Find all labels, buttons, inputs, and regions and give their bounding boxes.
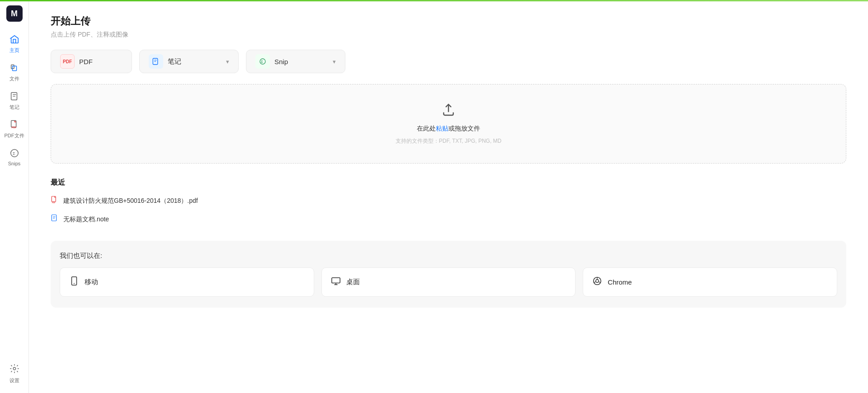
svg-text:Σ: Σ (261, 60, 263, 64)
sidebar-item-notes[interactable]: 笔记 (3, 88, 26, 114)
platform-desktop[interactable]: 桌面 (321, 267, 576, 297)
svg-point-26 (596, 280, 599, 282)
note-type-icon (149, 54, 163, 69)
svg-rect-17 (52, 215, 57, 221)
drop-zone-highlight: 粘贴 (436, 125, 448, 132)
upload-notes-button[interactable]: 笔记 ▾ (139, 50, 239, 73)
pdf-type-icon: PDF (60, 54, 75, 69)
home-icon (9, 34, 19, 46)
mobile-icon (69, 276, 79, 288)
desktop-icon (331, 276, 341, 288)
svg-text:PDF: PDF (11, 126, 17, 129)
sidebar-item-pdf-label: PDF文件 (5, 132, 24, 139)
drop-zone[interactable]: 在此处粘贴或拖放文件 支持的文件类型：PDF, TXT, JPG, PNG, M… (51, 84, 846, 164)
recent-pdf-icon: PDF (51, 196, 59, 206)
recent-note-icon (51, 214, 59, 225)
pdf-button-label: PDF (79, 58, 93, 66)
recent-section-title: 最近 (51, 178, 846, 187)
sidebar: M 主页 文件 (0, 0, 29, 393)
snip-arrow-icon: ▾ (333, 58, 336, 65)
upload-icon (441, 103, 456, 120)
recent-item-pdf[interactable]: PDF 建筑设计防火规范GB+50016-2014（2018）.pdf (51, 194, 846, 208)
snip-type-icon: Σ (255, 54, 270, 69)
sidebar-item-files[interactable]: 文件 (3, 59, 26, 86)
pdf-icon: PDF (9, 120, 19, 131)
platform-chrome-label: Chrome (608, 278, 632, 286)
recent-item-note-name: 无标题文档.note (63, 215, 109, 224)
upload-pdf-button[interactable]: PDF PDF (51, 50, 132, 73)
recent-item-note[interactable]: 无标题文档.note (51, 212, 846, 226)
platform-mobile[interactable]: 移动 (60, 267, 314, 297)
platform-mobile-label: 移动 (85, 278, 98, 286)
sidebar-item-home[interactable]: 主页 (3, 31, 26, 57)
sidebar-item-snips[interactable]: Σ Snips (3, 145, 26, 170)
notes-icon (9, 91, 19, 103)
page-title: 开始上传 (51, 14, 846, 28)
drop-zone-before: 在此处 (417, 125, 436, 132)
svg-rect-22 (331, 278, 340, 283)
sidebar-item-files-label: 文件 (9, 75, 19, 82)
sidebar-nav: 主页 文件 笔记 (0, 31, 28, 360)
upload-types-row: PDF PDF 笔记 ▾ Σ Snip ▾ (51, 50, 846, 73)
notes-button-label: 笔记 (168, 57, 181, 66)
drop-zone-after: 或拖放文件 (448, 125, 480, 132)
recent-list: PDF 建筑设计防火规范GB+50016-2014（2018）.pdf 无标题文… (51, 194, 846, 226)
drop-zone-subtext: 支持的文件类型：PDF, TXT, JPG, PNG, MD (396, 137, 501, 145)
platforms-title: 我们也可以在: (60, 252, 837, 260)
svg-text:PDF: PDF (52, 202, 56, 204)
settings-button[interactable]: 设置 (8, 360, 21, 388)
progress-bar (0, 0, 868, 1)
svg-point-9 (13, 367, 16, 370)
recent-item-pdf-name: 建筑设计防火规范GB+50016-2014（2018）.pdf (63, 197, 198, 205)
platforms-grid: 移动 桌面 (60, 267, 837, 297)
notes-arrow-icon: ▾ (226, 58, 229, 65)
main-content: 开始上传 点击上传 PDF、注释或图像 PDF PDF 笔记 ▾ (29, 0, 868, 393)
snips-icon: Σ (9, 148, 19, 159)
settings-label: 设置 (9, 377, 19, 384)
svg-rect-20 (72, 277, 77, 285)
sidebar-item-notes-label: 笔记 (9, 104, 19, 111)
app-logo: M (6, 5, 23, 22)
sidebar-bottom: 设置 (8, 360, 21, 388)
platform-chrome[interactable]: Chrome (583, 267, 837, 297)
sidebar-item-pdf[interactable]: PDF PDF文件 (3, 116, 26, 143)
upload-snip-button[interactable]: Σ Snip ▾ (246, 50, 345, 73)
chrome-icon (592, 276, 602, 288)
sidebar-item-snips-label: Snips (8, 161, 21, 166)
drop-zone-text: 在此处粘贴或拖放文件 (417, 125, 480, 133)
snip-button-label: Snip (274, 58, 288, 66)
files-icon (9, 63, 19, 74)
svg-point-21 (74, 283, 75, 284)
svg-text:Σ: Σ (12, 151, 15, 156)
page-subtitle: 点击上传 PDF、注释或图像 (51, 31, 846, 39)
settings-icon (9, 364, 19, 376)
platform-desktop-label: 桌面 (346, 278, 360, 286)
sidebar-item-home-label: 主页 (9, 47, 19, 54)
platforms-section: 我们也可以在: 移动 (51, 241, 846, 308)
